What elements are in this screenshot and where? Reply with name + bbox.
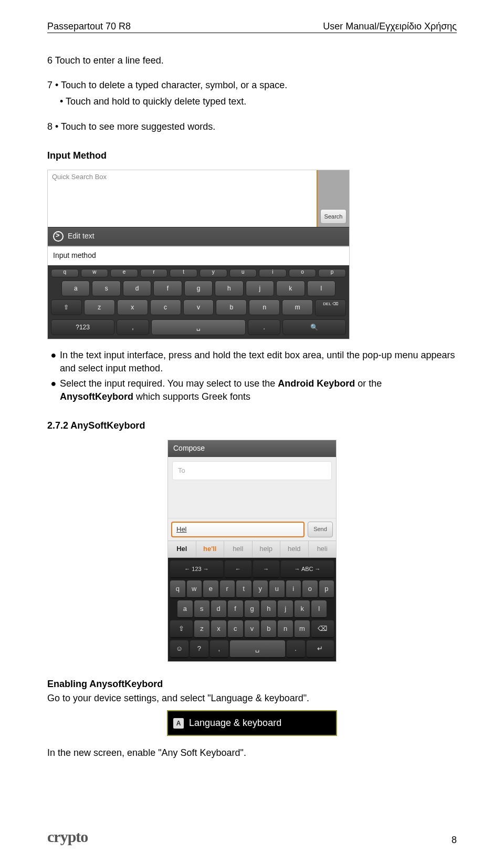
key[interactable]: g bbox=[245, 600, 260, 618]
key[interactable]: y bbox=[200, 269, 227, 277]
bullet-icon: ● bbox=[47, 349, 60, 375]
period-key[interactable]: . bbox=[287, 640, 305, 658]
suggestion-item[interactable]: hell bbox=[224, 541, 253, 557]
key[interactable]: b bbox=[261, 620, 276, 638]
page-footer: crypto 8 bbox=[47, 828, 457, 846]
key[interactable]: t bbox=[236, 580, 251, 598]
key[interactable]: h bbox=[215, 281, 243, 296]
key[interactable]: l bbox=[307, 281, 335, 296]
suggestion-item[interactable]: help bbox=[253, 541, 281, 557]
message-input[interactable]: Hel bbox=[171, 522, 304, 537]
key[interactable]: v bbox=[183, 299, 214, 315]
screenshot-input-method: Quick Search Box Search Edit text Input … bbox=[47, 170, 350, 339]
key[interactable]: c bbox=[150, 299, 181, 315]
suggestion-item[interactable]: he'll bbox=[196, 541, 225, 557]
space-key[interactable]: ␣ bbox=[151, 319, 246, 335]
bullet-2: Select the input required. You may selec… bbox=[60, 377, 457, 403]
key[interactable]: f bbox=[153, 281, 182, 296]
key[interactable]: z bbox=[194, 620, 209, 638]
comma-key[interactable]: , bbox=[117, 319, 149, 335]
to-field[interactable]: To bbox=[172, 461, 332, 480]
key[interactable]: e bbox=[203, 580, 218, 598]
space-key[interactable]: ␣ bbox=[230, 640, 285, 658]
key[interactable]: b bbox=[216, 299, 247, 315]
screenshot-language-keyboard[interactable]: A Language & keyboard bbox=[167, 710, 337, 736]
bullet-1: In the text input interface, press and h… bbox=[60, 349, 457, 375]
key[interactable]: o bbox=[302, 580, 318, 598]
key[interactable]: d bbox=[123, 281, 151, 296]
key[interactable]: i bbox=[259, 269, 287, 277]
key[interactable]: r bbox=[220, 580, 235, 598]
shift-key[interactable]: ⇧ bbox=[170, 620, 193, 638]
key[interactable]: x bbox=[211, 620, 226, 638]
suggestion-item[interactable]: held bbox=[280, 541, 309, 557]
key[interactable]: s bbox=[92, 281, 120, 296]
key[interactable]: h bbox=[261, 600, 276, 618]
key[interactable]: m bbox=[295, 620, 310, 638]
bullet-icon: ● bbox=[47, 377, 60, 403]
suggestion-item[interactable]: Hel bbox=[168, 541, 196, 557]
key[interactable]: n bbox=[278, 620, 293, 638]
comma-key[interactable]: , bbox=[210, 640, 228, 658]
key[interactable]: p bbox=[318, 269, 346, 277]
key[interactable]: z bbox=[84, 299, 115, 315]
delete-key[interactable]: DEL ⌫ bbox=[315, 299, 346, 316]
period-key[interactable]: . bbox=[248, 319, 280, 335]
search-key[interactable]: 🔍 bbox=[282, 319, 346, 335]
key[interactable]: d bbox=[211, 600, 226, 618]
key[interactable]: s bbox=[194, 600, 209, 618]
key[interactable]: n bbox=[249, 299, 280, 315]
key[interactable]: g bbox=[184, 281, 213, 296]
page-header: Passepartout 70 R8 User Manual/Εγχειρίδι… bbox=[47, 21, 457, 33]
nav-key[interactable]: ← bbox=[225, 560, 251, 578]
key[interactable]: k bbox=[295, 600, 310, 618]
key[interactable]: o bbox=[289, 269, 317, 277]
question-key[interactable]: ? bbox=[190, 640, 208, 658]
enter-key[interactable]: ↵ bbox=[307, 640, 334, 658]
key[interactable]: w bbox=[187, 580, 202, 598]
key[interactable]: x bbox=[117, 299, 148, 315]
delete-key[interactable]: ⌫ bbox=[311, 620, 334, 638]
key[interactable]: p bbox=[319, 580, 334, 598]
nav-key[interactable]: → bbox=[253, 560, 280, 578]
menu-item-input-method[interactable]: Input method bbox=[48, 246, 349, 265]
brand-logo: crypto bbox=[47, 828, 88, 846]
key[interactable]: a bbox=[61, 281, 90, 296]
suggestion-bar[interactable]: Hel he'll hell help held heli bbox=[168, 541, 336, 557]
android-keyboard[interactable]: q w e r t y u i o p a s d f g h bbox=[48, 265, 349, 339]
key[interactable]: c bbox=[228, 620, 243, 638]
key[interactable]: m bbox=[282, 299, 313, 315]
key[interactable]: v bbox=[245, 620, 260, 638]
shift-key[interactable]: ⇧ bbox=[51, 299, 82, 315]
key[interactable]: l bbox=[311, 600, 327, 618]
page-number: 8 bbox=[452, 835, 457, 846]
nav-key[interactable]: → ABC → bbox=[281, 560, 334, 578]
anysoft-keyboard[interactable]: ← 123 → ← → → ABC → q w e r t y u i o p bbox=[168, 558, 336, 661]
key[interactable]: i bbox=[286, 580, 301, 598]
key[interactable]: u bbox=[269, 580, 285, 598]
nav-key[interactable]: ← 123 → bbox=[170, 560, 223, 578]
send-button[interactable]: Send bbox=[308, 522, 333, 537]
suggestion-item[interactable]: heli bbox=[309, 541, 337, 557]
key[interactable]: f bbox=[228, 600, 243, 618]
search-button[interactable]: Search bbox=[320, 209, 346, 224]
heading-input-method: Input Method bbox=[47, 149, 457, 162]
key[interactable]: q bbox=[51, 269, 79, 277]
edit-text-label: Edit text bbox=[68, 231, 94, 242]
compose-header: Compose bbox=[168, 440, 336, 457]
key[interactable]: a bbox=[177, 600, 193, 618]
key[interactable]: r bbox=[140, 269, 168, 277]
key[interactable]: t bbox=[170, 269, 197, 277]
key[interactable]: q bbox=[170, 580, 185, 598]
key[interactable]: e bbox=[110, 269, 138, 277]
step-6: 6 Touch to enter a line feed. bbox=[47, 54, 457, 67]
key[interactable]: j bbox=[278, 600, 293, 618]
key[interactable]: y bbox=[253, 580, 268, 598]
key[interactable]: u bbox=[229, 269, 257, 277]
key[interactable]: w bbox=[81, 269, 109, 277]
smiley-key[interactable]: ☺ bbox=[170, 640, 188, 658]
key[interactable]: j bbox=[246, 281, 274, 296]
content-body: 6 Touch to enter a line feed. 7 • Touch … bbox=[47, 54, 457, 760]
symbols-key[interactable]: ?123 bbox=[51, 319, 114, 335]
key[interactable]: k bbox=[276, 281, 304, 296]
